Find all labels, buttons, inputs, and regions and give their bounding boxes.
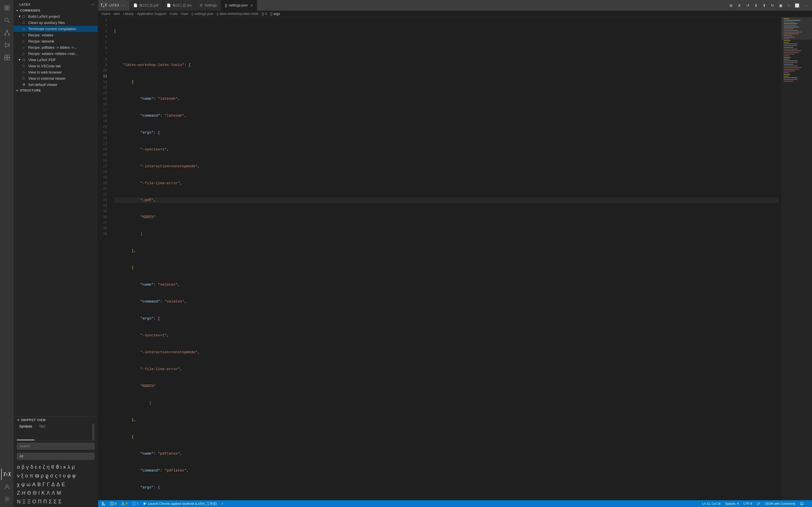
gear-icon: ⚙ — [22, 83, 27, 87]
code-line-17: "command": "xelatex", — [114, 299, 779, 304]
svg-rect-38 — [783, 50, 802, 51]
status-errors[interactable]: 0 — [109, 500, 117, 507]
tab-tikz[interactable]: TikZ — [37, 424, 48, 440]
open-in-icon[interactable]: ⎘ — [786, 3, 792, 8]
tree-item-recipe-latexmk[interactable]: ▷ Recipe: latexmk — [13, 38, 98, 44]
tab-settings[interactable]: ⚙ Settings — [196, 0, 221, 11]
info-count: 6 — [137, 502, 139, 505]
tree-item-recipe-xelatex[interactable]: ▷ Recipe: xelatex — [13, 32, 98, 38]
code-line-12: "%DOC%" — [114, 214, 779, 220]
structure-section-header[interactable]: ▼ STRUCTURE — [13, 88, 98, 93]
status-spaces[interactable]: Spaces: 4 — [724, 500, 740, 507]
svg-rect-51 — [783, 72, 789, 73]
code-line-10: "-file-line-error", — [114, 180, 779, 186]
maximize-icon[interactable]: ▣ — [777, 3, 784, 8]
svg-rect-42 — [783, 57, 791, 58]
line-numbers: 1 2 3 4 5 6 7 8 9 10 11 12 13 14 15 16 1 — [98, 17, 112, 500]
tab-pdf[interactable]: 📄 每日汇总.pdf — [130, 0, 163, 11]
tree-item-set-viewer[interactable]: ⚙ Set default viewer — [13, 81, 98, 88]
line-ending-label: LF — [757, 502, 760, 505]
snippet-filter-select[interactable]: All — [17, 453, 94, 460]
activity-accounts[interactable] — [1, 481, 12, 492]
activity-extensions[interactable] — [1, 52, 12, 63]
breadcrumb-users[interactable]: Users — [101, 12, 110, 16]
svg-rect-32 — [783, 40, 791, 41]
svg-rect-29 — [783, 35, 792, 36]
tree-item-recipe-xelatex2[interactable]: ▷ Recipe: xelatex->bibtex->xel... — [13, 50, 98, 57]
tab-settings-json[interactable]: {} settings.json ✕ — [221, 0, 257, 11]
status-launch[interactable]: Launch Chrome against localhost (LaTeX_工… — [142, 500, 218, 507]
svg-point-17 — [6, 485, 8, 487]
code-line-27: "command": "pdflatex", — [114, 468, 779, 473]
panel-toggle-icon[interactable]: ⬜ — [793, 3, 801, 8]
breadcrumb-json-icon: {} — [192, 12, 193, 15]
tree-item-view-external[interactable]: □ View in external viewer — [13, 75, 98, 81]
file-icon: □ — [22, 27, 27, 31]
minimap-content — [781, 17, 812, 500]
folder-icon: □ — [22, 58, 28, 62]
status-checkmark[interactable]: ✓ — [220, 500, 225, 507]
sidebar-more-icon[interactable]: ⋯ — [91, 2, 94, 6]
breadcrumb-tools[interactable]: latex-workshop.latex.tools — [220, 12, 259, 16]
expand-icon: ▼ — [18, 58, 22, 61]
breadcrumb-user[interactable]: User — [181, 12, 188, 16]
pause-icon[interactable]: ⏸ — [736, 3, 743, 8]
code-line-23: ] — [114, 400, 779, 406]
svg-rect-35 — [783, 45, 798, 46]
tree-item-label: Terminate current compilation — [28, 27, 77, 31]
tab-close-icon[interactable]: ✕ — [250, 4, 253, 7]
tree-item-terminate[interactable]: □ Terminate current compilation — [13, 25, 98, 32]
status-cursor[interactable]: Ln 11, Col 16 — [701, 500, 721, 507]
code-line-25: { — [114, 434, 779, 440]
status-language[interactable]: JSON with Comments — [764, 500, 797, 507]
snippet-search-input[interactable] — [17, 443, 94, 450]
breadcrumb-args[interactable]: args — [273, 12, 280, 16]
status-warnings[interactable]: 4 — [120, 500, 129, 507]
breadcrumb-appsupport[interactable]: Application Support — [137, 12, 166, 16]
activity-latex[interactable]: TEX — [1, 469, 12, 480]
play-icon: ▷ — [22, 33, 27, 37]
tree-item-view-vscode[interactable]: □ View in VSCode tab — [13, 63, 98, 69]
status-notification[interactable] — [799, 500, 810, 507]
activity-settings[interactable] — [1, 494, 12, 505]
snippet-scrollbar[interactable] — [92, 424, 94, 440]
svg-rect-31 — [783, 39, 789, 39]
tab-label: settings.json — [229, 3, 248, 7]
activity-search[interactable] — [1, 15, 12, 26]
code-line-7: "args": [ — [114, 130, 779, 135]
sync-icon[interactable]: ↻ — [769, 3, 776, 8]
download-icon[interactable]: ⬇ — [753, 3, 759, 8]
upload-icon[interactable]: ⬆ — [761, 3, 767, 8]
more-actions-icon[interactable]: ⋯ — [803, 3, 810, 8]
tree-item-build-latex[interactable]: ▼ □ Build LaTeX project — [13, 13, 98, 19]
status-encoding[interactable]: UTF-8 — [742, 500, 753, 507]
status-line-ending[interactable]: LF — [756, 500, 762, 507]
tree-item-view-browser[interactable]: □ View in web browser — [13, 69, 98, 75]
status-info[interactable]: 6 — [131, 500, 140, 507]
tab-symbols[interactable]: Symbols — [17, 424, 35, 440]
tree-item-recipe-pdflatex[interactable]: ▷ Recipe: pdflatex -> bibtex ->... — [13, 44, 98, 50]
tree-item-clean-aux[interactable]: □ Clean up auxiliary files — [13, 19, 98, 25]
more-icon[interactable]: ⋯ — [121, 3, 125, 8]
code-content[interactable]: { "latex-workshop.latex.tools": [ { "nam… — [112, 17, 781, 500]
tab-tex[interactable]: 📄 每日汇总.tex — [163, 0, 196, 11]
file-icon: □ — [22, 76, 27, 80]
breadcrumb-code[interactable]: Code — [169, 12, 177, 16]
commands-section-header[interactable]: ▼ COMMANDS — [13, 8, 98, 13]
code-editor[interactable]: 1 2 3 4 5 6 7 8 9 10 11 12 13 14 15 16 1 — [98, 17, 781, 500]
breadcrumb-library[interactable]: Library — [123, 12, 134, 16]
refresh-icon[interactable]: ↺ — [745, 3, 751, 8]
svg-rect-0 — [5, 6, 7, 8]
breadcrumb-sam[interactable]: sam — [114, 12, 120, 16]
structure-section: ▼ STRUCTURE — [13, 88, 98, 93]
breadcrumb-settings-json[interactable]: settings.json — [195, 12, 213, 16]
activity-scm[interactable] — [1, 27, 12, 38]
breadcrumb-0[interactable]: 0 — [265, 12, 267, 16]
snippet-view-header[interactable]: ▼ SNIPPET VIEW — [13, 416, 98, 424]
split-editor-icon[interactable]: ⊞ — [728, 3, 734, 8]
file-icon: □ — [22, 21, 27, 24]
status-branch[interactable] — [100, 500, 107, 507]
activity-explorer[interactable] — [1, 2, 12, 13]
tree-item-view-latex-pdf[interactable]: ▼ □ View LaTeX PDF — [13, 57, 98, 63]
activity-run[interactable] — [1, 40, 12, 51]
